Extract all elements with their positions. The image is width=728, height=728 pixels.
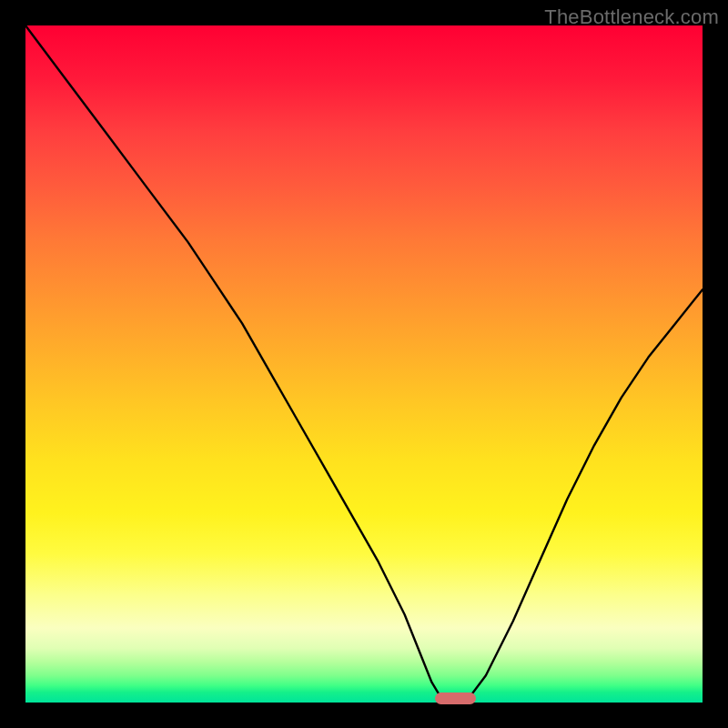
bottleneck-curve [25,25,703,703]
watermark-text: TheBottleneck.com [544,5,719,29]
chart-frame: TheBottleneck.com [0,0,728,728]
optimal-marker [435,693,476,704]
chart-plot-area [25,25,703,703]
